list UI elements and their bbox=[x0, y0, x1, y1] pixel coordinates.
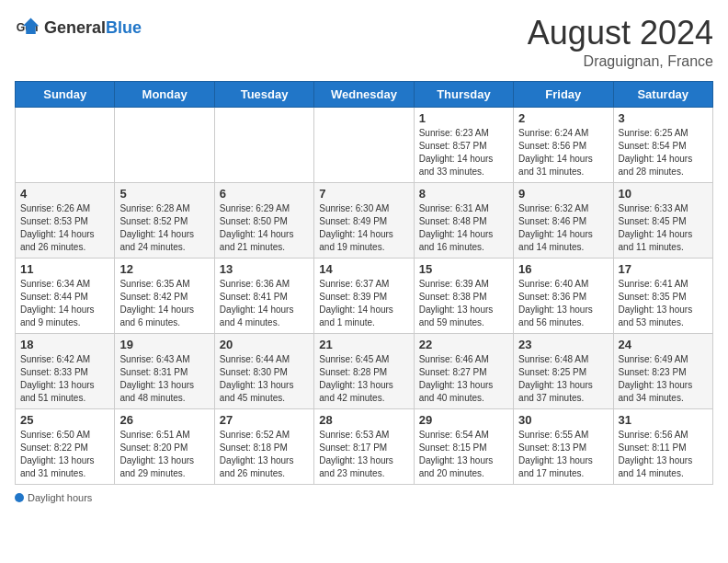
cell-sun-info: Sunrise: 6:45 AMSunset: 8:28 PMDaylight:… bbox=[319, 353, 408, 405]
cell-sun-info: Sunrise: 6:54 AMSunset: 8:15 PMDaylight:… bbox=[419, 429, 508, 480]
calendar-cell: 4Sunrise: 6:26 AMSunset: 8:53 PMDaylight… bbox=[16, 182, 115, 258]
day-number: 1 bbox=[419, 111, 508, 125]
calendar-week-row: 1Sunrise: 6:23 AMSunset: 8:57 PMDaylight… bbox=[16, 107, 713, 182]
day-number: 3 bbox=[619, 111, 708, 125]
location-label: Draguignan, France bbox=[528, 53, 713, 70]
calendar-cell: 28Sunrise: 6:53 AMSunset: 8:17 PMDayligh… bbox=[314, 408, 414, 484]
day-number: 31 bbox=[619, 413, 708, 427]
calendar-week-row: 25Sunrise: 6:50 AMSunset: 8:22 PMDayligh… bbox=[16, 408, 713, 484]
legend: Daylight hours bbox=[15, 492, 713, 503]
day-number: 21 bbox=[319, 338, 408, 351]
cell-sun-info: Sunrise: 6:32 AMSunset: 8:46 PMDaylight:… bbox=[518, 202, 608, 254]
cell-sun-info: Sunrise: 6:40 AMSunset: 8:36 PMDaylight:… bbox=[518, 278, 608, 329]
calendar-table: SundayMondayTuesdayWednesdayThursdayFrid… bbox=[15, 81, 713, 485]
calendar-week-row: 11Sunrise: 6:34 AMSunset: 8:44 PMDayligh… bbox=[16, 258, 713, 333]
logo: Gen GeneralBlue bbox=[15, 15, 142, 40]
cell-sun-info: Sunrise: 6:37 AMSunset: 8:39 PMDaylight:… bbox=[319, 278, 408, 329]
day-number: 9 bbox=[518, 187, 608, 201]
day-number: 7 bbox=[319, 187, 408, 201]
day-number: 4 bbox=[20, 187, 109, 201]
calendar-week-row: 4Sunrise: 6:26 AMSunset: 8:53 PMDaylight… bbox=[16, 182, 713, 258]
calendar-cell: 11Sunrise: 6:34 AMSunset: 8:44 PMDayligh… bbox=[16, 258, 115, 333]
cell-sun-info: Sunrise: 6:42 AMSunset: 8:33 PMDaylight:… bbox=[20, 353, 109, 405]
day-number: 12 bbox=[119, 262, 209, 276]
calendar-cell: 13Sunrise: 6:36 AMSunset: 8:41 PMDayligh… bbox=[214, 258, 313, 333]
cell-sun-info: Sunrise: 6:23 AMSunset: 8:57 PMDaylight:… bbox=[419, 127, 508, 178]
day-number: 13 bbox=[220, 262, 309, 276]
day-number: 18 bbox=[20, 338, 109, 351]
legend-dot bbox=[15, 493, 24, 502]
calendar-day-header: Tuesday bbox=[214, 81, 313, 107]
calendar-cell: 22Sunrise: 6:46 AMSunset: 8:27 PMDayligh… bbox=[414, 333, 513, 408]
day-number: 11 bbox=[20, 262, 109, 276]
calendar-cell: 24Sunrise: 6:49 AMSunset: 8:23 PMDayligh… bbox=[613, 333, 712, 408]
calendar-cell: 17Sunrise: 6:41 AMSunset: 8:35 PMDayligh… bbox=[613, 258, 712, 333]
month-year-heading: August 2024 bbox=[528, 15, 713, 52]
calendar-cell: 6Sunrise: 6:29 AMSunset: 8:50 PMDaylight… bbox=[214, 182, 313, 258]
day-number: 17 bbox=[619, 262, 708, 276]
day-number: 27 bbox=[220, 413, 309, 427]
logo-general-text: General bbox=[44, 18, 106, 37]
calendar-cell: 18Sunrise: 6:42 AMSunset: 8:33 PMDayligh… bbox=[16, 333, 115, 408]
calendar-cell bbox=[214, 107, 313, 182]
cell-sun-info: Sunrise: 6:35 AMSunset: 8:42 PMDaylight:… bbox=[119, 278, 209, 329]
cell-sun-info: Sunrise: 6:55 AMSunset: 8:13 PMDaylight:… bbox=[518, 429, 608, 480]
calendar-week-row: 18Sunrise: 6:42 AMSunset: 8:33 PMDayligh… bbox=[16, 333, 713, 408]
calendar-cell: 23Sunrise: 6:48 AMSunset: 8:25 PMDayligh… bbox=[514, 333, 613, 408]
cell-sun-info: Sunrise: 6:24 AMSunset: 8:56 PMDaylight:… bbox=[518, 127, 608, 178]
cell-sun-info: Sunrise: 6:51 AMSunset: 8:20 PMDaylight:… bbox=[119, 429, 209, 480]
cell-sun-info: Sunrise: 6:26 AMSunset: 8:53 PMDaylight:… bbox=[20, 202, 109, 254]
day-number: 28 bbox=[319, 413, 408, 427]
calendar-cell: 31Sunrise: 6:56 AMSunset: 8:11 PMDayligh… bbox=[613, 408, 712, 484]
calendar-cell: 12Sunrise: 6:35 AMSunset: 8:42 PMDayligh… bbox=[115, 258, 214, 333]
calendar-cell: 19Sunrise: 6:43 AMSunset: 8:31 PMDayligh… bbox=[115, 333, 214, 408]
calendar-header-row: SundayMondayTuesdayWednesdayThursdayFrid… bbox=[16, 81, 713, 107]
calendar-cell: 2Sunrise: 6:24 AMSunset: 8:56 PMDaylight… bbox=[514, 107, 613, 182]
calendar-day-header: Thursday bbox=[414, 81, 513, 107]
cell-sun-info: Sunrise: 6:46 AMSunset: 8:27 PMDaylight:… bbox=[419, 353, 508, 405]
calendar-cell: 7Sunrise: 6:30 AMSunset: 8:49 PMDaylight… bbox=[314, 182, 414, 258]
cell-sun-info: Sunrise: 6:29 AMSunset: 8:50 PMDaylight:… bbox=[220, 202, 309, 254]
cell-sun-info: Sunrise: 6:33 AMSunset: 8:45 PMDaylight:… bbox=[619, 202, 708, 254]
day-number: 5 bbox=[119, 187, 209, 201]
calendar-day-header: Monday bbox=[115, 81, 214, 107]
cell-sun-info: Sunrise: 6:53 AMSunset: 8:17 PMDaylight:… bbox=[319, 429, 408, 480]
day-number: 25 bbox=[20, 413, 109, 427]
cell-sun-info: Sunrise: 6:41 AMSunset: 8:35 PMDaylight:… bbox=[619, 278, 708, 329]
day-number: 23 bbox=[518, 338, 608, 351]
cell-sun-info: Sunrise: 6:43 AMSunset: 8:31 PMDaylight:… bbox=[119, 353, 209, 405]
calendar-day-header: Sunday bbox=[16, 81, 115, 107]
calendar-cell bbox=[16, 107, 115, 182]
cell-sun-info: Sunrise: 6:56 AMSunset: 8:11 PMDaylight:… bbox=[619, 429, 708, 480]
calendar-cell: 8Sunrise: 6:31 AMSunset: 8:48 PMDaylight… bbox=[414, 182, 513, 258]
calendar-cell bbox=[314, 107, 414, 182]
calendar-cell: 25Sunrise: 6:50 AMSunset: 8:22 PMDayligh… bbox=[16, 408, 115, 484]
calendar-cell: 14Sunrise: 6:37 AMSunset: 8:39 PMDayligh… bbox=[314, 258, 414, 333]
legend-item-daylight: Daylight hours bbox=[15, 492, 92, 503]
calendar-cell: 9Sunrise: 6:32 AMSunset: 8:46 PMDaylight… bbox=[514, 182, 613, 258]
cell-sun-info: Sunrise: 6:36 AMSunset: 8:41 PMDaylight:… bbox=[220, 278, 309, 329]
calendar-cell: 1Sunrise: 6:23 AMSunset: 8:57 PMDaylight… bbox=[414, 107, 513, 182]
day-number: 8 bbox=[419, 187, 508, 201]
cell-sun-info: Sunrise: 6:52 AMSunset: 8:18 PMDaylight:… bbox=[220, 429, 309, 480]
calendar-cell: 29Sunrise: 6:54 AMSunset: 8:15 PMDayligh… bbox=[414, 408, 513, 484]
day-number: 10 bbox=[619, 187, 708, 201]
cell-sun-info: Sunrise: 6:25 AMSunset: 8:54 PMDaylight:… bbox=[619, 127, 708, 178]
day-number: 30 bbox=[518, 413, 608, 427]
calendar-cell bbox=[115, 107, 214, 182]
day-number: 20 bbox=[220, 338, 309, 351]
calendar-day-header: Friday bbox=[514, 81, 613, 107]
cell-sun-info: Sunrise: 6:30 AMSunset: 8:49 PMDaylight:… bbox=[319, 202, 408, 254]
calendar-cell: 3Sunrise: 6:25 AMSunset: 8:54 PMDaylight… bbox=[613, 107, 712, 182]
title-block: August 2024 Draguignan, France bbox=[528, 15, 713, 70]
cell-sun-info: Sunrise: 6:48 AMSunset: 8:25 PMDaylight:… bbox=[518, 353, 608, 405]
logo-blue-text: Blue bbox=[106, 18, 142, 37]
cell-sun-info: Sunrise: 6:49 AMSunset: 8:23 PMDaylight:… bbox=[619, 353, 708, 405]
calendar-day-header: Wednesday bbox=[314, 81, 414, 107]
day-number: 22 bbox=[419, 338, 508, 351]
calendar-cell: 15Sunrise: 6:39 AMSunset: 8:38 PMDayligh… bbox=[414, 258, 513, 333]
day-number: 2 bbox=[518, 111, 608, 125]
day-number: 14 bbox=[319, 262, 408, 276]
cell-sun-info: Sunrise: 6:28 AMSunset: 8:52 PMDaylight:… bbox=[119, 202, 209, 254]
logo-icon: Gen bbox=[15, 15, 40, 40]
